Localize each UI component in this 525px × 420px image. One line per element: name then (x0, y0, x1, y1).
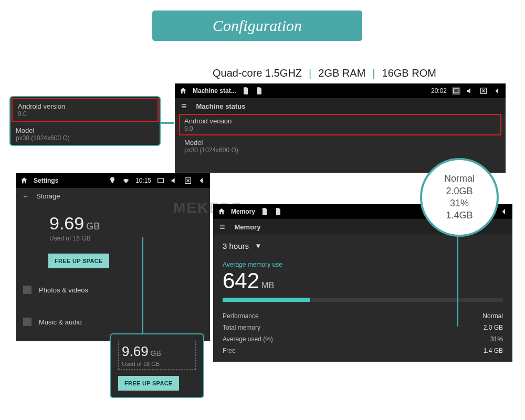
sd-icon (260, 207, 269, 216)
back-icon[interactable] (500, 207, 508, 216)
avg-unit: MB (261, 281, 274, 290)
chevron-down-icon: ▾ (256, 241, 260, 250)
svg-rect-0 (454, 89, 459, 93)
callout-android-version: Android version 9.0 Model px30 (1024x600… (9, 96, 161, 146)
android-version-label: Android version (18, 102, 152, 110)
connector-line (160, 117, 174, 131)
free-up-space-button[interactable]: FREE UP SPACE (48, 254, 109, 268)
statusbar-time: 20:02 (431, 87, 447, 94)
kv-key: Free (223, 347, 236, 354)
home-icon[interactable] (20, 176, 28, 185)
statusbar-title: Memory (231, 208, 255, 215)
subheader-title: Machine status (196, 102, 246, 110)
model-label: Model (16, 127, 154, 134)
statusbar-title: Machine stat... (193, 87, 236, 94)
connector-line (142, 237, 143, 335)
statusbar-title: Settings (34, 177, 58, 184)
storage-used: 9.69GB Used of 16 GB (16, 204, 210, 244)
doc-icon (274, 207, 282, 216)
kv-val: 1.4 GB (484, 347, 503, 354)
kv-key: Performance (223, 312, 259, 320)
android-version-value: 9.0 (184, 125, 496, 132)
specs-line: Quad-core 1.5GHZ | 2GB RAM | 16GB ROM (213, 67, 436, 79)
doc-icon (255, 87, 264, 95)
model-value: px30 (1024x600 O) (184, 146, 496, 154)
back-icon[interactable] (197, 176, 206, 185)
storage-used-text: Used of 16 GB (122, 361, 192, 367)
memory-callout-circle: Normal 2.0GB 31% 1.4GB (420, 158, 499, 237)
spec-ram: 2GB RAM (318, 67, 365, 79)
android-version-row[interactable]: Android version 9.0 (13, 99, 158, 121)
android-version-label: Android version (184, 117, 496, 125)
menu-icon[interactable]: ≡ (219, 222, 225, 233)
mc-total: 2.0GB (446, 185, 472, 197)
avgpct-row: Average used (%)31% (213, 333, 512, 345)
statusbar: Settings 10:15 (16, 173, 210, 188)
config-title: Configuration (213, 17, 302, 35)
kv-val: 31% (490, 335, 503, 343)
volume-icon[interactable] (170, 176, 178, 185)
kv-val: 2.0 GB (484, 324, 503, 331)
back-arrow-icon[interactable]: ← (22, 192, 29, 200)
subheader: ≡ Machine status (175, 98, 506, 114)
home-icon[interactable] (179, 87, 187, 95)
menu-icon[interactable]: ≡ (181, 101, 187, 112)
android-version-highlight: Android version 9.0 (12, 98, 159, 122)
image-icon (23, 286, 32, 294)
subheader: ← Storage (16, 188, 210, 204)
model-label: Model (184, 139, 496, 146)
free-row: Free1.4 GB (213, 345, 512, 356)
time-range-dropdown[interactable]: 3 hours ▾ (213, 235, 512, 257)
spec-sep: | (309, 67, 311, 79)
spec-cpu: Quad-core 1.5GHZ (213, 67, 302, 79)
kv-key: Average used (%) (223, 335, 273, 343)
sd-icon (242, 87, 250, 95)
audio-icon (23, 318, 32, 326)
android-version-value: 9.0 (18, 110, 152, 118)
avg-num: 642 (223, 268, 259, 293)
music-audio-row[interactable]: Music & audio (16, 311, 210, 332)
close-app-icon[interactable] (184, 176, 192, 185)
model-row[interactable]: Model px30 (1024x600 O) (179, 135, 501, 157)
storage-value-box: 9.69GB Used of 16 GB (118, 341, 196, 370)
model-row[interactable]: Model px30 (1024x600 O) (10, 123, 160, 145)
svg-rect-2 (158, 178, 164, 183)
statusbar: Machine stat... 20:02 (175, 83, 506, 98)
home-icon[interactable] (217, 207, 226, 216)
storage-unit: GB (151, 349, 161, 358)
time-range-value: 3 hours (223, 242, 249, 250)
location-icon (108, 176, 117, 185)
mc-pct: 31% (450, 197, 469, 209)
kv-val: Normal (482, 312, 503, 320)
storage-num: 9.69 (49, 213, 84, 233)
row-label: Music & audio (39, 318, 82, 326)
photos-videos-row[interactable]: Photos & videos (16, 279, 210, 300)
back-icon[interactable] (493, 87, 501, 95)
volume-icon[interactable] (466, 87, 474, 95)
storage-used-text: Used of 16 GB (49, 235, 210, 242)
avg-memory-label: Average memory use (213, 257, 512, 268)
mc-free: 1.4GB (446, 209, 472, 222)
memory-usage-fill (223, 298, 310, 302)
statusbar-time: 10:15 (135, 177, 151, 184)
connector-line (457, 233, 458, 327)
subheader-title: Storage (36, 192, 60, 200)
total-row: Total memory2.0 GB (213, 322, 512, 333)
screenshot-icon[interactable] (452, 87, 460, 95)
perf-row: PerformanceNormal (213, 310, 512, 322)
android-version-row[interactable]: Android version 9.0 (179, 114, 501, 135)
memory-usage-bar (223, 298, 503, 302)
screenshot-icon[interactable] (156, 176, 165, 185)
storage-unit: GB (86, 221, 100, 232)
avg-memory-value: 642MB (213, 268, 512, 293)
close-app-icon[interactable] (479, 87, 488, 95)
model-value: px30 (1024x600 O) (16, 134, 154, 142)
free-up-space-button[interactable]: FREE UP SPACE (118, 376, 179, 391)
storage-callout: 9.69GB Used of 16 GB FREE UP SPACE (110, 333, 204, 398)
config-banner: Configuration (152, 10, 362, 41)
spec-rom: 16GB ROM (382, 67, 436, 79)
spec-sep: | (372, 67, 375, 79)
kv-key: Total memory (223, 324, 260, 331)
row-label: Photos & videos (39, 286, 88, 294)
storage-panel: Settings 10:15 ← Storage 9.69GB Used of … (16, 173, 210, 341)
